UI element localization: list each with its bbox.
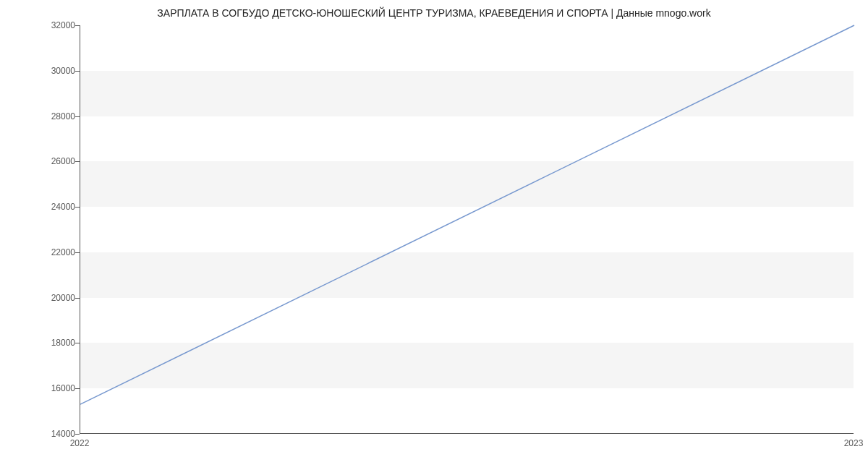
- y-tick-mark: [75, 161, 80, 162]
- x-tick-label: 2022: [70, 438, 90, 448]
- salary-series-line: [80, 25, 854, 404]
- y-tick-mark: [75, 343, 80, 343]
- y-tick-mark: [75, 71, 80, 72]
- line-series-layer: [80, 25, 854, 433]
- y-tick-mark: [75, 298, 80, 299]
- y-tick-mark: [75, 25, 80, 26]
- x-tick-label: 2023: [844, 438, 864, 448]
- y-tick-label: 18000: [32, 338, 75, 348]
- chart-title: ЗАРПЛАТА В СОГБУДО ДЕТСКО-ЮНОШЕСКИЙ ЦЕНТ…: [0, 7, 868, 19]
- y-tick-mark: [75, 207, 80, 208]
- y-tick-mark: [75, 252, 80, 253]
- y-tick-label: 14000: [32, 429, 75, 439]
- y-tick-mark: [75, 434, 80, 435]
- plot-area: [80, 25, 854, 434]
- y-tick-mark: [75, 388, 80, 389]
- y-tick-label: 16000: [32, 383, 75, 393]
- y-tick-label: 22000: [32, 247, 75, 257]
- y-tick-label: 32000: [32, 20, 75, 30]
- y-tick-label: 24000: [32, 202, 75, 212]
- salary-line-chart: ЗАРПЛАТА В СОГБУДО ДЕТСКО-ЮНОШЕСКИЙ ЦЕНТ…: [0, 0, 868, 470]
- y-tick-label: 30000: [32, 66, 75, 76]
- y-tick-label: 28000: [32, 111, 75, 121]
- y-tick-label: 26000: [32, 156, 75, 166]
- y-tick-label: 20000: [32, 293, 75, 303]
- y-tick-mark: [75, 116, 80, 117]
